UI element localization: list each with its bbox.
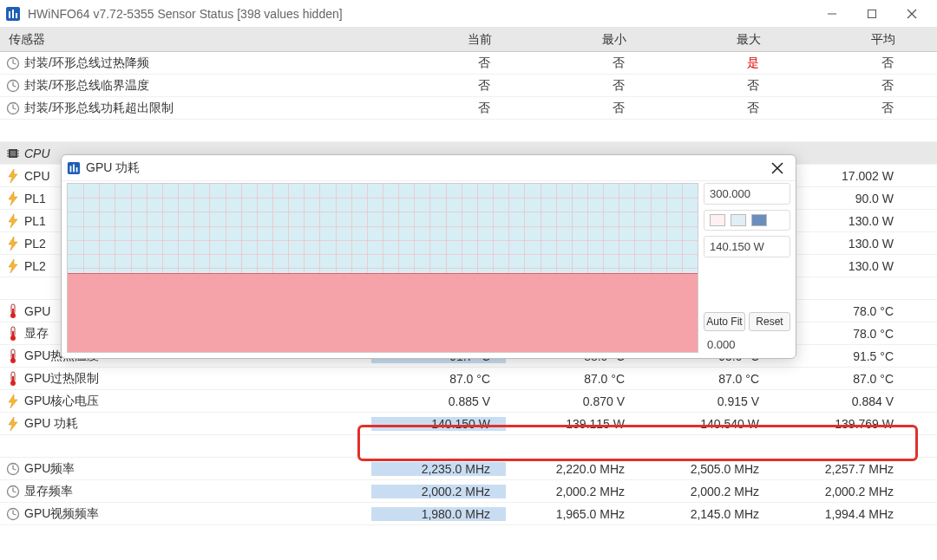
row-label: GPU过热限制 xyxy=(24,371,371,387)
value-cell: 是 xyxy=(640,55,775,71)
row-label: GPU频率 xyxy=(24,461,371,477)
app-icon xyxy=(5,6,21,22)
value-cell: 0.915 V xyxy=(640,394,775,408)
svg-rect-33 xyxy=(12,354,14,361)
autofit-button[interactable]: Auto Fit xyxy=(704,312,745,331)
clock-icon xyxy=(5,506,21,522)
bolt-icon xyxy=(5,258,21,274)
col-avg[interactable]: 平均 xyxy=(776,28,911,51)
svg-rect-47 xyxy=(70,166,72,172)
clock-icon xyxy=(5,101,21,116)
row-label: GPU核心电压 xyxy=(24,394,371,409)
row-label: GPU 功耗 xyxy=(24,416,371,432)
value-cell: 2,145.0 MHz xyxy=(640,507,775,521)
sensor-row[interactable]: GPU频率2,235.0 MHz2,220.0 MHz2,505.0 MHz2,… xyxy=(0,458,937,480)
value-cell: 2,000.2 MHz xyxy=(371,485,506,498)
svg-rect-36 xyxy=(12,376,14,383)
window-controls xyxy=(812,0,932,28)
swatch-1[interactable] xyxy=(710,214,725,226)
legend-swatches[interactable] xyxy=(704,210,790,231)
value-cell: 2,235.0 MHz xyxy=(371,462,506,476)
col-min[interactable]: 最小 xyxy=(508,28,642,51)
row-label: GPU视频频率 xyxy=(24,506,371,522)
chip-icon xyxy=(5,146,21,161)
sensor-row[interactable]: 封装/环形总线过热降频否否是否 xyxy=(0,52,937,75)
clock-icon xyxy=(5,484,21,499)
value-cell: 87.0 °C xyxy=(640,372,775,386)
window-title: HWiNFO64 v7.72-5355 Sensor Status [398 v… xyxy=(28,7,812,21)
close-button[interactable] xyxy=(892,0,932,28)
value-cell: 否 xyxy=(775,78,909,94)
col-sensor[interactable]: 传感器 xyxy=(0,28,373,51)
column-headers: 传感器 当前 最小 最大 平均 xyxy=(0,28,937,52)
svg-rect-27 xyxy=(12,309,14,316)
popup-titlebar[interactable]: GPU 功耗 xyxy=(62,155,796,181)
row-label: 封装/环形总线临界温度 xyxy=(24,78,371,94)
swatch-3[interactable] xyxy=(751,214,767,226)
value-cell: 139.769 W xyxy=(775,417,909,431)
svg-line-42 xyxy=(13,492,16,492)
value-cell: 否 xyxy=(640,78,775,94)
sensor-row[interactable]: 封装/环形总线临界温度否否否否 xyxy=(0,75,937,97)
row-label: 封装/环形总线过热降频 xyxy=(24,55,371,71)
sensor-row[interactable]: 显存频率2,000.2 MHz2,000.2 MHz2,000.2 MHz2,0… xyxy=(0,480,937,503)
svg-rect-5 xyxy=(868,10,876,17)
value-cell: 否 xyxy=(640,101,775,116)
svg-rect-18 xyxy=(10,151,16,156)
value-cell: 87.0 °C xyxy=(371,372,506,386)
minimize-button[interactable] xyxy=(812,0,852,28)
reset-button[interactable]: Reset xyxy=(749,312,790,331)
bolt-icon xyxy=(5,236,21,251)
value-cell: 否 xyxy=(506,55,640,71)
value-cell: 140.150 W xyxy=(371,417,506,431)
y-min-label: 0.000 xyxy=(704,336,790,353)
value-cell: 否 xyxy=(371,55,506,71)
therm-icon xyxy=(5,371,21,387)
svg-line-13 xyxy=(13,86,16,87)
value-cell: 2,000.2 MHz xyxy=(640,485,775,498)
popup-close-button[interactable] xyxy=(764,155,790,181)
chart-canvas[interactable] xyxy=(67,183,698,353)
value-cell: 1,994.4 MHz xyxy=(775,507,909,521)
therm-icon xyxy=(5,326,21,342)
svg-line-16 xyxy=(13,108,16,109)
bolt-icon xyxy=(5,394,21,409)
value-cell: 否 xyxy=(775,55,909,71)
svg-rect-49 xyxy=(76,167,78,172)
clock-icon xyxy=(5,78,21,94)
col-current[interactable]: 当前 xyxy=(373,28,508,51)
current-value-label: 140.150 W xyxy=(704,236,790,257)
svg-line-10 xyxy=(13,63,16,64)
svg-rect-3 xyxy=(16,13,17,18)
svg-rect-2 xyxy=(12,10,14,18)
value-cell: 2,000.2 MHz xyxy=(506,485,640,498)
clock-icon xyxy=(5,461,21,477)
value-cell: 2,000.2 MHz xyxy=(775,485,909,498)
value-cell: 否 xyxy=(775,101,909,116)
sensor-row[interactable]: 封装/环形总线功耗超出限制否否否否 xyxy=(0,97,937,120)
sensor-row[interactable]: GPU视频频率1,980.0 MHz1,965.0 MHz2,145.0 MHz… xyxy=(0,503,937,525)
svg-rect-1 xyxy=(9,11,10,18)
svg-rect-30 xyxy=(12,331,14,338)
sensor-row[interactable]: GPU过热限制87.0 °C87.0 °C87.0 °C87.0 °C xyxy=(0,368,937,390)
value-cell: 2,257.7 MHz xyxy=(775,462,909,476)
maximize-button[interactable] xyxy=(852,0,892,28)
swatch-2[interactable] xyxy=(731,214,746,226)
value-cell: 87.0 °C xyxy=(775,372,909,386)
value-cell: 否 xyxy=(506,78,640,94)
row-label: 显存频率 xyxy=(24,484,371,499)
chart-side-panel: 300.000 140.150 W Auto Fit Reset 0.000 xyxy=(704,183,790,353)
value-cell: 140.540 W xyxy=(640,417,775,431)
sensor-row[interactable]: GPU 功耗140.150 W139.115 W140.540 W139.769… xyxy=(0,413,937,435)
sensor-row[interactable]: GPU核心电压0.885 V0.870 V0.915 V0.884 V xyxy=(0,390,937,413)
value-cell: 否 xyxy=(371,78,506,94)
value-cell: 139.115 W xyxy=(506,417,640,431)
svg-line-39 xyxy=(13,469,16,470)
value-cell: 1,980.0 MHz xyxy=(371,507,506,521)
value-cell: 否 xyxy=(506,101,640,116)
graph-popup: GPU 功耗 300.000 140.150 W Auto Fit Reset … xyxy=(61,154,796,359)
app-icon xyxy=(67,161,81,175)
col-max[interactable]: 最大 xyxy=(642,28,776,51)
therm-icon xyxy=(5,348,21,364)
bolt-icon xyxy=(5,191,21,206)
